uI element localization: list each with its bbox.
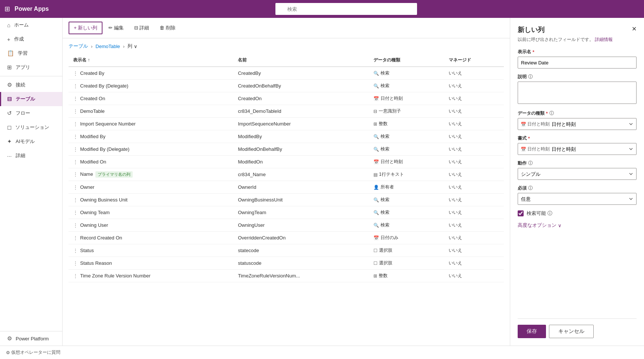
search-wrapper: 🔍 [275, 3, 417, 15]
col-header-data-type[interactable]: データの種類 [369, 54, 444, 67]
data-type-select[interactable]: 日付と時刻 [518, 118, 637, 130]
cell-managed: いいえ [444, 67, 504, 80]
sidebar-item-apps[interactable]: ⊞ アプリ [0, 60, 62, 74]
cell-managed: いいえ [444, 168, 504, 181]
details-button[interactable]: ⊟ 詳細 [130, 22, 154, 34]
row-dots-icon[interactable]: ⋮ [73, 260, 78, 266]
description-textarea[interactable] [518, 82, 637, 104]
cell-name: OwningTeam [233, 206, 369, 219]
cell-data-type: 🔍 検索 [369, 67, 444, 80]
sidebar-item-ai[interactable]: ✦ AIモデル [0, 134, 62, 149]
row-dots-icon[interactable]: ⋮ [73, 121, 78, 127]
data-type-badge: ⊞ 整数 [373, 273, 388, 279]
data-type-icon: 📅 [373, 96, 379, 101]
row-dots-icon[interactable]: ⋮ [73, 235, 78, 241]
delete-button[interactable]: 🗑 削除 [155, 22, 180, 34]
row-dots-icon[interactable]: ⋮ [73, 134, 78, 139]
cell-name: statecode [233, 244, 369, 257]
cell-data-type: ⊟ 一意識別子 [369, 105, 444, 118]
row-dots-icon[interactable]: ⋮ [73, 248, 78, 253]
apps-grid-icon[interactable]: ⊞ [4, 5, 10, 13]
breadcrumb: テーブル › DemoTable › 列 ∨ [63, 38, 510, 54]
advanced-options-link[interactable]: 高度なオプション ∨ [518, 222, 637, 229]
row-dots-icon[interactable]: ⋮ [73, 171, 78, 177]
searchable-checkbox[interactable] [518, 210, 524, 216]
managed-value: いいえ [449, 146, 462, 152]
searchable-row: 検索可能 ⓘ [518, 210, 637, 217]
row-dots-icon[interactable]: ⋮ [73, 159, 78, 165]
sidebar-item-tables[interactable]: ⊟ テーブル [0, 92, 62, 106]
bottom-bar: ⚙ 仮想オペレーターに質問 [0, 346, 644, 359]
data-type-icon: ▤ [373, 172, 378, 177]
row-dots-icon[interactable]: ⋮ [73, 146, 78, 152]
field-group-data-type: データの種類 * ⓘ 📅 日付と時刻 日付と時刻 [518, 110, 637, 130]
managed-value: いいえ [449, 235, 462, 240]
cell-name: CreatedBy [233, 67, 369, 80]
row-dots-icon[interactable]: ⋮ [73, 197, 78, 203]
row-dots-icon[interactable]: ⋮ [73, 184, 78, 190]
managed-value: いいえ [449, 222, 462, 228]
data-type-badge: ☐ 選択肢 [373, 260, 392, 266]
data-type-icon: 🔍 [373, 134, 379, 139]
cell-data-type: ☐ 選択肢 [369, 257, 444, 270]
cancel-button[interactable]: キャンセル [549, 325, 594, 338]
row-dots-icon[interactable]: ⋮ [73, 83, 78, 89]
table-row: ⋮OwnerOwnerId👤 所有者いいえ [69, 181, 504, 194]
sidebar-item-create[interactable]: + 作成 [0, 32, 62, 46]
new-column-button[interactable]: + 新しい列 [69, 22, 102, 34]
right-panel: 新しい列 ✕ 以前に呼び出されたフィールドです。 詳細情報 表示名 * 説明 ⓘ [510, 18, 644, 346]
sidebar-item-connections[interactable]: ⚙ 接続 [0, 78, 62, 92]
cell-data-type: 🔍 検索 [369, 143, 444, 156]
table-row: ⋮Record Created OnOverriddenCreatedOn📅 日… [69, 232, 504, 244]
managed-value: いいえ [449, 159, 462, 164]
save-button[interactable]: 保存 [518, 325, 546, 338]
panel-close-button[interactable]: ✕ [632, 25, 637, 32]
sidebar-item-details[interactable]: ··· 詳細 [0, 149, 62, 163]
details-link[interactable]: 詳細情報 [595, 37, 613, 42]
cell-name: OwnerId [233, 181, 369, 194]
ai-assistant-label[interactable]: 仮想オペレーターに質問 [11, 349, 60, 356]
row-dots-icon[interactable]: ⋮ [73, 70, 78, 76]
sidebar-item-solutions[interactable]: ◻ ソリューション [0, 120, 62, 134]
col-header-managed[interactable]: マネージド [444, 54, 504, 67]
home-icon: ⌂ [7, 22, 10, 28]
behavior-select[interactable]: シンプル [518, 168, 637, 180]
cell-data-type: ⊞ 整数 [369, 118, 444, 130]
search-input[interactable] [275, 3, 417, 15]
sidebar-item-learn[interactable]: 📋 学習 [0, 46, 62, 60]
sidebar-item-flows[interactable]: ↺ フロー [0, 106, 62, 120]
breadcrumb-tables[interactable]: テーブル [69, 43, 88, 50]
panel-title: 新しい列 [518, 25, 544, 34]
format-select[interactable]: 日付と時刻 [518, 143, 637, 155]
cell-managed: いいえ [444, 105, 504, 118]
row-dots-icon[interactable]: ⋮ [73, 96, 78, 101]
display-name-input[interactable] [518, 57, 637, 69]
row-dots-icon[interactable]: ⋮ [73, 222, 78, 228]
required-select[interactable]: 任意 [518, 193, 637, 205]
sidebar-item-power-platform[interactable]: ⚙ Power Platform [0, 331, 62, 346]
col-header-display-name[interactable]: 表示名 ↑ [69, 54, 233, 67]
row-dots-icon[interactable]: ⋮ [73, 273, 78, 279]
sidebar-item-home[interactable]: ⌂ ホーム [0, 18, 62, 32]
cell-display-name: ⋮Modified By [69, 130, 233, 143]
breadcrumb-demotable[interactable]: DemoTable [95, 44, 120, 49]
managed-value: いいえ [449, 273, 462, 278]
edit-button[interactable]: ✏ 編集 [104, 22, 128, 34]
field-group-format: 書式 * 📅 日付と時刻 日付と時刻 [518, 135, 637, 155]
toolbar: + 新しい列 ✏ 編集 ⊟ 詳細 🗑 削除 [63, 18, 510, 38]
row-dots-icon[interactable]: ⋮ [73, 210, 78, 215]
cell-managed: いいえ [444, 232, 504, 244]
table-row: ⋮Owning Business UnitOwningBusinessUnit🔍… [69, 194, 504, 206]
row-dots-icon[interactable]: ⋮ [73, 108, 78, 114]
apps-icon: ⊞ [7, 64, 12, 71]
cell-data-type: 🔍 検索 [369, 219, 444, 232]
managed-value: いいえ [449, 210, 462, 215]
breadcrumb-chevron-down-icon: ∨ [134, 44, 138, 49]
col-header-name[interactable]: 名前 [233, 54, 369, 67]
cell-display-name: ⋮Modified By (Delegate) [69, 143, 233, 156]
data-type-badge: 🔍 検索 [373, 133, 389, 140]
data-type-badge: ▤ 1行テキスト [373, 171, 404, 178]
cell-name: TimeZoneRuleVersionNum... [233, 270, 369, 282]
field-group-description: 説明 ⓘ [518, 74, 637, 105]
table-row: ⋮Status Reasonstatuscode☐ 選択肢いいえ [69, 257, 504, 270]
